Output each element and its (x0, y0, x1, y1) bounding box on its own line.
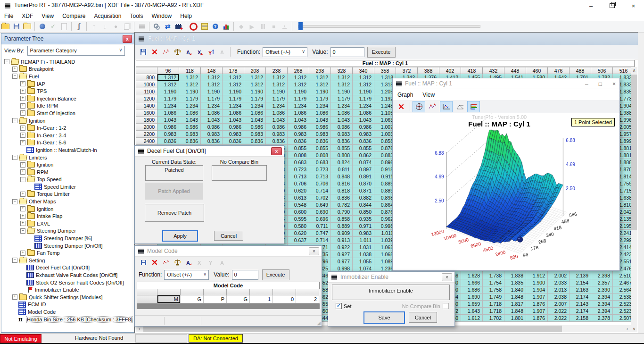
menu-compare[interactable]: Compare (58, 12, 90, 20)
table-cell[interactable]: 0.855 (331, 145, 353, 152)
slider-thumb[interactable] (298, 22, 303, 30)
tree-item[interactable]: +In-Gear : 1-2 (2, 124, 133, 132)
tree-item[interactable]: +Breakpoint (2, 66, 133, 73)
tree-expand-icon[interactable]: + (20, 126, 25, 131)
graph-minimize-button[interactable]: – (585, 81, 588, 87)
table-cell[interactable]: 1.086 (331, 109, 353, 117)
col-header[interactable]: 328 (331, 67, 353, 74)
table-cell[interactable]: 1.190 (266, 88, 288, 95)
view-by-select[interactable]: Parameter Category ∨ (27, 46, 125, 56)
tree-item[interactable]: +EXVL (2, 220, 133, 227)
playback-slider[interactable] (298, 25, 480, 28)
table-cell[interactable]: 1.043 (309, 117, 331, 124)
row-header[interactable]: 1200 (136, 95, 157, 102)
graph-maximize-button[interactable]: □ (599, 81, 602, 87)
table-cell[interactable]: 1.758 (483, 286, 504, 294)
tree-item[interactable]: +TPS (2, 87, 133, 95)
table-cell[interactable]: 0.723 (288, 166, 309, 173)
table-cell[interactable]: 0.986 (288, 124, 309, 131)
table-cell[interactable]: 2.398 (591, 272, 613, 279)
save-button[interactable]: Save (363, 311, 405, 324)
table-cell[interactable]: 1.907 (526, 308, 548, 315)
trace-button[interactable] (160, 46, 172, 58)
table-cell[interactable]: 2.143 (570, 301, 591, 308)
tree-expand-icon[interactable]: + (20, 89, 25, 94)
tree-item[interactable]: +Fan Temp (2, 249, 133, 257)
value-input[interactable]: 0 (232, 270, 258, 280)
notes-button[interactable] (199, 21, 210, 32)
table-cell[interactable]: 0.927 (331, 251, 353, 258)
table-cell[interactable]: 0.983 (331, 131, 353, 138)
pan-mode-button[interactable] (413, 101, 425, 112)
table-cell[interactable]: 0.986 (353, 124, 374, 131)
tree-expand-icon[interactable]: + (20, 96, 25, 101)
y-axis-button[interactable]: Y (206, 46, 217, 58)
table-cell[interactable]: 0.986 (157, 124, 179, 131)
table-cell[interactable]: 0.983 (288, 131, 309, 138)
table-cell[interactable]: 2.394 (591, 301, 613, 308)
tree-collapse-icon[interactable]: − (12, 74, 17, 79)
table-cell[interactable]: 1.043 (331, 117, 353, 124)
emulate-button[interactable] (136, 21, 147, 32)
parameter-tree-header[interactable]: Parameter Tree x (1, 34, 134, 44)
tree-expand-icon[interactable]: + (20, 192, 25, 197)
tree-item[interactable]: +Torque Limiter (2, 191, 133, 198)
compare-scales-button[interactable] (172, 46, 183, 58)
tree-collapse-icon[interactable]: − (20, 228, 25, 234)
table-cell[interactable]: 1.043 (223, 117, 244, 124)
menu-file[interactable]: File (0, 12, 17, 20)
immobilizer-title-bar[interactable]: Immobilizer Enable × (328, 272, 454, 283)
table-cell[interactable]: 2.378 (591, 315, 613, 322)
table-cell[interactable]: 1.234 (353, 102, 374, 109)
play-button[interactable]: ▶ (247, 21, 257, 32)
table-cell[interactable]: 1.659 (461, 301, 483, 308)
tree-expand-icon[interactable]: + (20, 206, 25, 211)
table-cell[interactable]: 0.620 (288, 230, 309, 237)
graph-delete-button[interactable] (395, 101, 407, 112)
acq-diamond-button[interactable]: ◆ (236, 21, 247, 32)
row-header[interactable]: 1800 (136, 117, 157, 124)
table-cell[interactable]: 0.637 (288, 237, 309, 244)
table-cell[interactable]: 0.836 (266, 138, 288, 145)
table-cell[interactable]: 1.234 (244, 102, 266, 109)
surface-plot[interactable] (393, 113, 619, 270)
tree-item[interactable]: +IAP (2, 80, 133, 88)
menu-acquisition[interactable]: Acquisition (90, 12, 126, 20)
table-cell[interactable]: 1.840 (504, 286, 526, 294)
edit-mode-button[interactable]: A (183, 46, 194, 58)
table-cell[interactable]: 1.179 (288, 95, 309, 102)
menu-window[interactable]: Window (148, 12, 176, 20)
col-header[interactable]: 506 (591, 67, 613, 74)
table-cell[interactable]: 0.706 (309, 180, 331, 187)
table-cell[interactable]: 0.600 (288, 209, 309, 216)
col-header[interactable]: 238 (266, 67, 288, 74)
table-cell[interactable]: 1.190 (157, 88, 179, 95)
tree-item[interactable]: −Other Maps (2, 198, 133, 205)
tree-collapse-icon[interactable]: − (12, 199, 17, 204)
tree-item[interactable]: Immobilizer Enable (2, 286, 133, 294)
table-cell[interactable]: 0.816 (331, 180, 353, 187)
tree-collapse-icon[interactable]: − (12, 118, 17, 123)
table-cell[interactable]: 0.909 (331, 230, 353, 237)
save-bin-button[interactable] (11, 21, 22, 32)
table-cell[interactable]: 0.808 (331, 152, 353, 159)
table-cell[interactable]: 0.986 (266, 124, 288, 131)
graph-title-bar[interactable]: Fuel :: MAP : Cyl 1 – □ × (393, 78, 619, 89)
apply-button[interactable]: Apply (162, 230, 198, 242)
table-cell[interactable]: 1.643 (461, 308, 483, 315)
tree-item[interactable]: +In-Gear : 3-4 (2, 132, 133, 139)
menu-xdf[interactable]: XDF (17, 12, 37, 20)
table-cell[interactable]: 0.836 (223, 138, 244, 145)
table-cell[interactable]: 1.086 (201, 109, 223, 117)
row-header[interactable]: 1000 (136, 81, 157, 88)
graph-2d-button[interactable] (440, 101, 453, 112)
table-cell[interactable]: 0.983 (157, 131, 179, 138)
resize-grip[interactable]: ◢ (317, 320, 321, 326)
table-cell[interactable]: 0.986 (309, 124, 331, 131)
table-cell[interactable]: 0.983 (353, 131, 374, 138)
table-cell[interactable]: 1.190 (201, 88, 223, 95)
tree-item[interactable]: +Start Of Injection (2, 109, 133, 117)
table-cell[interactable]: 2.033 (548, 279, 570, 286)
compare-button[interactable] (37, 21, 48, 32)
table-cell[interactable]: 1.754 (483, 279, 504, 286)
